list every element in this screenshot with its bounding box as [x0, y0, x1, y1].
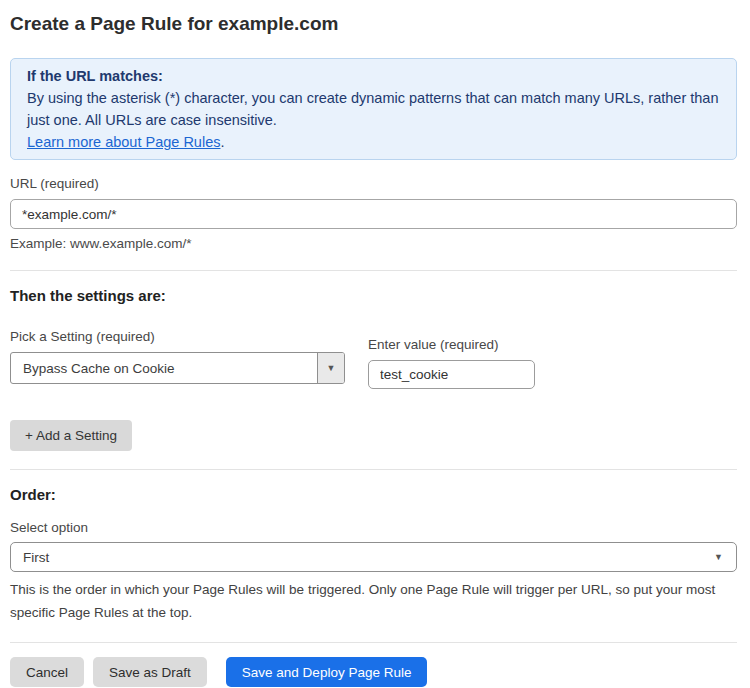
setting-select[interactable]: Bypass Cache on Cookie ▼ — [10, 352, 345, 384]
learn-more-link[interactable]: Learn more about Page Rules — [27, 134, 220, 150]
url-example-helper: Example: www.example.com/* — [10, 236, 737, 252]
setting-value-input[interactable] — [368, 360, 535, 389]
url-field-label: URL (required) — [10, 176, 737, 192]
order-section-heading: Order: — [10, 486, 737, 504]
divider — [10, 642, 737, 643]
page-title: Create a Page Rule for example.com — [10, 13, 737, 35]
settings-section-heading: Then the settings are: — [10, 287, 737, 305]
setting-value-label: Enter value (required) — [368, 337, 535, 353]
setting-value-column: Enter value (required) — [368, 337, 535, 389]
info-box-link-line: Learn more about Page Rules. — [27, 131, 720, 153]
info-box-body: By using the asterisk (*) character, you… — [27, 87, 720, 131]
save-and-deploy-button[interactable]: Save and Deploy Page Rule — [226, 657, 428, 687]
order-select[interactable]: First ▼ — [10, 542, 737, 572]
divider — [10, 469, 737, 470]
setting-select-value: Bypass Cache on Cookie — [11, 353, 317, 383]
form-actions: Cancel Save as Draft Save and Deploy Pag… — [10, 657, 737, 687]
setting-picker-column: Pick a Setting (required) Bypass Cache o… — [10, 329, 345, 389]
setting-picker-label: Pick a Setting (required) — [10, 329, 345, 345]
settings-row: Pick a Setting (required) Bypass Cache o… — [10, 329, 737, 389]
create-page-rule-form: Create a Page Rule for example.com If th… — [0, 13, 750, 688]
url-input[interactable] — [10, 199, 737, 229]
save-as-draft-button[interactable]: Save as Draft — [93, 657, 207, 687]
order-select-label: Select option — [10, 520, 737, 536]
add-setting-button[interactable]: + Add a Setting — [10, 420, 132, 451]
info-box-heading: If the URL matches: — [27, 65, 720, 87]
order-helper-text: This is the order in which your Page Rul… — [10, 578, 734, 624]
divider — [10, 270, 737, 271]
chevron-down-icon[interactable]: ▼ — [317, 353, 344, 383]
cancel-button[interactable]: Cancel — [10, 657, 84, 687]
link-suffix: . — [220, 134, 224, 150]
url-matches-info-box: If the URL matches: By using the asteris… — [10, 58, 737, 160]
order-select-value: First — [23, 550, 49, 565]
chevron-down-icon: ▼ — [714, 552, 723, 562]
